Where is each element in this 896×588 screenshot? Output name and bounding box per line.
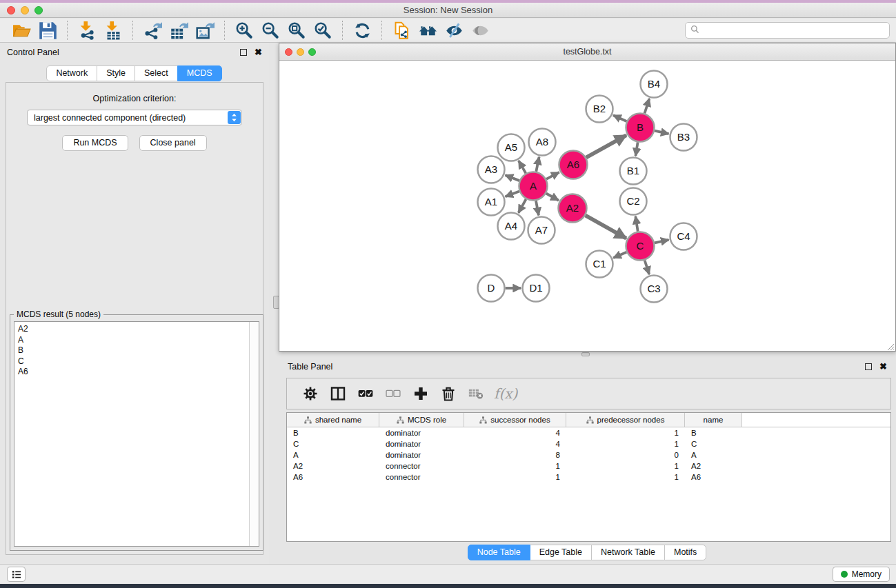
node-A4[interactable]: A4: [498, 213, 525, 240]
cell-name[interactable]: A2: [685, 462, 742, 470]
node-A[interactable]: A: [519, 172, 548, 201]
node-C1[interactable]: C1: [586, 251, 613, 278]
close-window-button[interactable]: [7, 6, 15, 14]
cell-MCDS-role[interactable]: connector: [379, 473, 464, 481]
cell-shared-name[interactable]: A: [287, 451, 379, 459]
node-B[interactable]: B: [626, 114, 655, 142]
cell-successor-nodes[interactable]: 1: [464, 473, 566, 481]
result-item[interactable]: A2: [18, 324, 259, 335]
zoom-fit-button[interactable]: [283, 20, 310, 41]
network-graph[interactable]: B4B2BB3A5A8A6A3B1AA1C2A2A4A7C4CC1C3DD1: [279, 61, 895, 352]
node-C4[interactable]: C4: [670, 223, 697, 250]
cell-successor-nodes[interactable]: 4: [464, 440, 566, 448]
open-session-button[interactable]: [8, 20, 34, 41]
hide-selected-button[interactable]: [441, 20, 467, 41]
deselect-all-button[interactable]: [379, 383, 407, 405]
edge-A-A4[interactable]: [519, 199, 526, 213]
import-network-button[interactable]: [74, 20, 100, 41]
column-header-shared-name[interactable]: shared name: [287, 413, 379, 427]
node-A1[interactable]: A1: [478, 189, 505, 216]
cell-shared-name[interactable]: A6: [287, 473, 379, 481]
node-B1[interactable]: B1: [620, 158, 647, 185]
result-scrollbar[interactable]: [249, 322, 259, 546]
cell-predecessor-nodes[interactable]: 1: [566, 462, 685, 470]
export-table-button[interactable]: [166, 20, 192, 41]
table-row[interactable]: Bdominator41B: [287, 427, 890, 438]
node-B2[interactable]: B2: [586, 96, 613, 123]
minimize-network-button[interactable]: [297, 48, 304, 56]
table-row[interactable]: A2connector11A2: [287, 460, 890, 472]
cell-name[interactable]: A6: [685, 473, 742, 481]
cell-MCDS-role[interactable]: connector: [379, 462, 464, 470]
table-row[interactable]: A6connector11A6: [287, 472, 890, 483]
table-settings-button[interactable]: [297, 383, 324, 405]
tab-select[interactable]: Select: [135, 65, 178, 81]
float-panel-icon[interactable]: [240, 49, 247, 56]
close-network-button[interactable]: [285, 48, 292, 56]
edge-B-B2[interactable]: [613, 115, 626, 121]
edge-C-C1[interactable]: [613, 252, 626, 258]
edge-A-A8[interactable]: [536, 157, 539, 172]
edge-A-A3[interactable]: [505, 175, 519, 181]
cell-shared-name[interactable]: B: [287, 429, 379, 437]
cell-MCDS-role[interactable]: dominator: [379, 440, 464, 448]
tab-network[interactable]: Network: [46, 65, 97, 81]
node-A7[interactable]: A7: [528, 217, 555, 244]
resize-grip-icon[interactable]: [886, 341, 895, 350]
node-D1[interactable]: D1: [523, 275, 550, 302]
node-B4[interactable]: B4: [641, 71, 668, 98]
edge-A-A7[interactable]: [536, 201, 539, 215]
close-panel-icon[interactable]: ✖: [255, 49, 262, 56]
edge-C-C4[interactable]: [655, 240, 669, 243]
cell-predecessor-nodes[interactable]: 1: [566, 473, 685, 481]
show-all-button[interactable]: [467, 20, 493, 41]
tab-mcds[interactable]: MCDS: [177, 65, 222, 81]
cell-shared-name[interactable]: A2: [287, 462, 379, 470]
toggle-panes-button[interactable]: [324, 383, 352, 405]
node-B3[interactable]: B3: [670, 124, 697, 151]
network-window-titlebar[interactable]: testGlobe.txt: [279, 43, 895, 61]
cell-successor-nodes[interactable]: 1: [464, 462, 566, 470]
tab-network-table[interactable]: Network Table: [591, 545, 665, 560]
run-mcds-button[interactable]: Run MCDS: [62, 135, 128, 151]
node-A6[interactable]: A6: [559, 151, 588, 179]
zoom-out-button[interactable]: [257, 20, 283, 41]
tab-edge-table[interactable]: Edge Table: [530, 545, 592, 560]
node-A8[interactable]: A8: [529, 129, 556, 156]
edge-B-B4[interactable]: [645, 99, 650, 114]
node-C[interactable]: C: [626, 232, 655, 261]
node-D[interactable]: D: [478, 275, 505, 302]
delete-column-button[interactable]: [435, 383, 462, 405]
zoom-selected-button[interactable]: [310, 20, 336, 41]
edge-B-B3[interactable]: [655, 131, 669, 134]
cell-successor-nodes[interactable]: 4: [464, 429, 566, 437]
result-item[interactable]: C: [18, 356, 259, 367]
mcds-result-list[interactable]: A2ABCA6: [14, 321, 259, 547]
node-C3[interactable]: C3: [641, 276, 668, 303]
cell-MCDS-role[interactable]: dominator: [379, 429, 464, 437]
export-network-button[interactable]: [139, 20, 166, 41]
tab-motifs[interactable]: Motifs: [664, 545, 706, 560]
column-header-MCDS-role[interactable]: MCDS role: [379, 413, 464, 427]
edge-C-C2[interactable]: [635, 216, 637, 232]
float-table-panel-icon[interactable]: [865, 363, 872, 370]
node-A2[interactable]: A2: [559, 194, 587, 223]
column-header-successor-nodes[interactable]: successor nodes: [464, 413, 566, 427]
cell-shared-name[interactable]: C: [287, 440, 379, 448]
zoom-in-button[interactable]: [231, 20, 257, 41]
edge-A-A1[interactable]: [506, 192, 519, 197]
edge-C-C3[interactable]: [645, 260, 650, 274]
result-item[interactable]: A6: [18, 367, 259, 378]
save-session-button[interactable]: [34, 20, 61, 41]
tab-style[interactable]: Style: [97, 65, 135, 81]
network-canvas[interactable]: B4B2BB3A5A8A6A3B1AA1C2A2A4A7C4CC1C3DD1: [279, 61, 895, 351]
first-neighbors-button[interactable]: [415, 20, 441, 41]
task-history-button[interactable]: [7, 567, 26, 582]
export-image-button[interactable]: [192, 20, 218, 41]
cell-successor-nodes[interactable]: 8: [464, 451, 566, 459]
cell-predecessor-nodes[interactable]: 0: [566, 451, 685, 459]
add-column-button[interactable]: [407, 383, 435, 405]
edge-A-A5[interactable]: [519, 161, 526, 173]
close-panel-button[interactable]: Close panel: [139, 135, 207, 151]
clone-network-button[interactable]: [388, 20, 415, 41]
